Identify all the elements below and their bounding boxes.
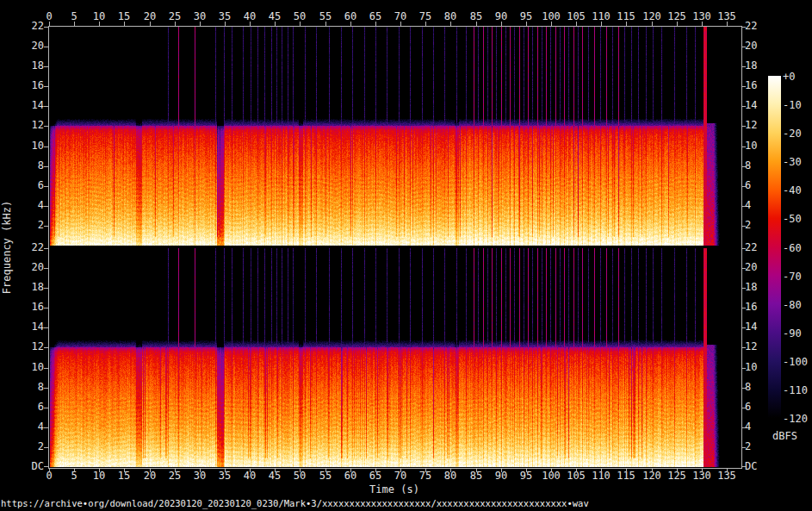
- tick-mark: [49, 469, 50, 472]
- freq-tick-label: 22: [15, 242, 44, 253]
- tick-mark: [727, 22, 728, 26]
- dbfs-tick-label: -20: [783, 128, 802, 140]
- tick-mark: [526, 22, 527, 26]
- tick-mark: [325, 22, 326, 26]
- tick-mark: [741, 248, 746, 249]
- freq-tick-label: 4: [15, 421, 44, 433]
- tick-mark: [741, 166, 746, 167]
- tick-mark: [741, 466, 746, 467]
- tick-mark: [44, 146, 48, 147]
- tick-mark: [150, 469, 151, 472]
- tick-mark: [741, 66, 746, 67]
- freq-tick-label: 16: [15, 302, 44, 313]
- tick-mark: [677, 22, 678, 26]
- dbfs-tick-label: -30: [783, 157, 802, 168]
- colorbar-unit-label: dBFS: [772, 430, 797, 442]
- tick-mark: [44, 427, 48, 428]
- tick-mark: [44, 268, 48, 269]
- tick-mark: [44, 86, 48, 87]
- spectrogram-channel-2: [49, 248, 741, 467]
- freq-tick-label: 20: [745, 41, 779, 52]
- tick-mark: [44, 47, 48, 47]
- tick-mark: [425, 469, 426, 472]
- tick-mark: [450, 22, 451, 26]
- dbfs-tick-label: -50: [783, 214, 802, 225]
- dbfs-tick-label: -90: [783, 328, 802, 340]
- tick-mark: [44, 388, 48, 389]
- tick-mark: [99, 22, 100, 26]
- tick-mark: [626, 22, 627, 26]
- freq-tick-label: 12: [15, 120, 44, 131]
- dbfs-tick-label: -100: [783, 357, 808, 368]
- freq-tick-label: DC: [15, 461, 44, 472]
- freq-tick-label: 18: [15, 282, 44, 293]
- dbfs-tick-label: +0: [783, 72, 795, 83]
- freq-tick-label: 16: [15, 80, 44, 91]
- tick-mark: [476, 469, 477, 472]
- tick-mark: [741, 47, 746, 47]
- tick-mark: [74, 469, 75, 472]
- tick-mark: [375, 469, 376, 472]
- freq-tick-label: 2: [15, 220, 44, 231]
- tick-mark: [741, 27, 746, 28]
- tick-mark: [400, 469, 401, 472]
- tick-mark: [702, 22, 703, 26]
- tick-mark: [44, 327, 48, 328]
- tick-mark: [124, 22, 125, 26]
- freq-tick-label: 12: [15, 341, 44, 352]
- tick-mark: [44, 226, 48, 227]
- freq-tick-label: 8: [15, 160, 44, 171]
- tick-mark: [300, 22, 301, 26]
- dbfs-tick-label: -80: [783, 300, 802, 311]
- freq-tick-label: 2: [15, 441, 44, 452]
- tick-mark: [450, 469, 451, 472]
- freq-tick-label: 14: [15, 100, 44, 111]
- tick-mark: [44, 66, 48, 67]
- tick-mark: [727, 469, 728, 472]
- colorbar: [768, 76, 781, 418]
- tick-mark: [741, 146, 746, 147]
- tick-mark: [526, 469, 527, 472]
- tick-mark: [741, 186, 746, 187]
- freq-tick-label: 10: [15, 140, 44, 152]
- tick-mark: [741, 388, 746, 389]
- dbfs-tick-label: -120: [783, 414, 808, 425]
- freq-tick-label: 6: [15, 180, 44, 191]
- tick-mark: [350, 22, 351, 26]
- freq-tick-label: 20: [15, 262, 44, 273]
- tick-mark: [652, 469, 653, 472]
- tick-mark: [74, 22, 75, 26]
- tick-mark: [741, 408, 746, 408]
- tick-mark: [44, 288, 48, 289]
- tick-mark: [741, 447, 746, 448]
- tick-mark: [576, 469, 577, 472]
- tick-mark: [576, 22, 577, 26]
- tick-mark: [124, 469, 125, 472]
- tick-mark: [275, 469, 276, 472]
- tick-mark: [49, 22, 50, 26]
- tick-mark: [44, 126, 48, 127]
- tick-mark: [275, 22, 276, 26]
- source-url-text: https://archive•org/download/20230120_20…: [1, 498, 589, 508]
- freq-tick-label: 6: [15, 402, 44, 413]
- tick-mark: [501, 22, 502, 26]
- tick-mark: [225, 469, 226, 472]
- tick-mark: [150, 22, 151, 26]
- tick-mark: [44, 186, 48, 187]
- tick-mark: [741, 427, 746, 428]
- tick-mark: [741, 347, 746, 348]
- freq-tick-label: 10: [15, 362, 44, 373]
- freq-tick-label: 22: [15, 21, 44, 32]
- tick-mark: [425, 22, 426, 26]
- tick-mark: [741, 86, 746, 87]
- tick-mark: [44, 308, 48, 308]
- tick-mark: [44, 248, 48, 249]
- tick-mark: [501, 469, 502, 472]
- tick-mark: [44, 447, 48, 448]
- frequency-axis-label: Frequency (kHz): [1, 200, 13, 295]
- tick-mark: [225, 22, 226, 26]
- dbfs-tick-label: -10: [783, 100, 802, 111]
- tick-mark: [741, 126, 746, 127]
- freq-tick-label: 4: [15, 200, 44, 211]
- freq-tick-label: 18: [15, 60, 44, 72]
